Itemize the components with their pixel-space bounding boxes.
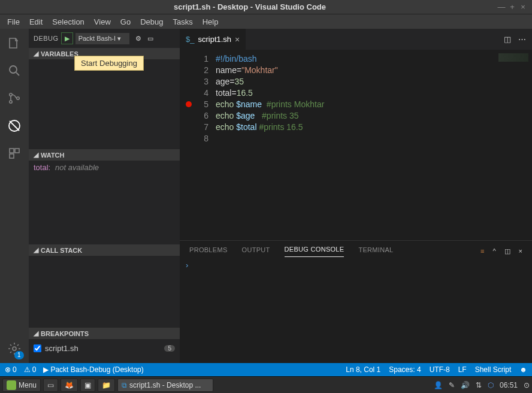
start-debugging-button[interactable]: ▶ <box>61 32 73 44</box>
settings-badge: 1 <box>14 351 24 359</box>
status-cursor[interactable]: Ln 8, Col 1 <box>346 365 380 374</box>
svg-rect-5 <box>10 149 14 153</box>
panel-tab-terminal[interactable]: TERMINAL <box>358 246 393 257</box>
status-launch-config[interactable]: ▶ Packt Bash-Debug (Desktop) <box>43 365 143 374</box>
menu-debug[interactable]: Debug <box>135 17 168 26</box>
code-line[interactable]: echo $name #prints Mokhtar <box>216 99 532 110</box>
code-area[interactable]: 12345678 #!/bin/bashname="Mokhtar"age=35… <box>180 50 532 240</box>
volume-icon[interactable]: 🔊 <box>461 381 470 389</box>
menu-go[interactable]: Go <box>116 17 135 26</box>
svg-rect-6 <box>15 149 19 153</box>
panel-tab-problems[interactable]: PROBLEMS <box>189 246 228 257</box>
panel-tab-output[interactable]: OUTPUT <box>242 246 270 257</box>
tray-toggle-icon[interactable]: ⊙ <box>524 381 530 389</box>
breakpoints-panel: script1.sh 5 <box>29 339 180 357</box>
statusbar: ⊗ 0 ⚠ 0 ▶ Packt Bash-Debug (Desktop) Ln … <box>0 363 532 376</box>
menu-tasks[interactable]: Tasks <box>168 17 197 26</box>
status-spaces[interactable]: Spaces: 4 <box>389 365 421 374</box>
os-taskbar: Menu ▭ 🦊 ▣ 📁 ⧉ script1.sh - Desktop ... … <box>0 376 532 393</box>
code-line[interactable]: total=16.5 <box>216 87 532 99</box>
code-line[interactable] <box>216 133 532 144</box>
scm-icon[interactable] <box>6 90 23 107</box>
panel-tabs: PROBLEMSOUTPUTDEBUG CONSOLETERMINAL ≡ ^ … <box>180 241 532 257</box>
gutter[interactable]: 12345678 <box>180 50 216 240</box>
svg-point-1 <box>10 93 12 96</box>
applet-icon[interactable]: ✎ <box>449 381 455 389</box>
status-errors[interactable]: ⊗ 0 <box>5 365 17 374</box>
menu-edit[interactable]: Edit <box>25 17 47 26</box>
tab-close-icon[interactable]: × <box>235 35 240 44</box>
maximize-button[interactable]: + <box>507 2 518 11</box>
line-number[interactable]: 3 <box>180 76 208 87</box>
tab-filename: script1.sh <box>198 35 231 44</box>
shell-file-icon: $_ <box>186 35 194 44</box>
panel-tab-debug-console[interactable]: DEBUG CONSOLE <box>285 246 344 257</box>
watch-panel-title[interactable]: ◢ WATCH <box>29 149 180 161</box>
network-icon[interactable]: ⇅ <box>476 381 482 389</box>
line-number[interactable]: 4 <box>180 87 208 99</box>
editor-tab[interactable]: $_ script1.sh × <box>180 29 246 50</box>
line-number[interactable]: 6 <box>180 110 208 122</box>
line-number[interactable]: 8 <box>180 133 208 144</box>
line-number[interactable]: 5 <box>180 99 208 110</box>
line-number[interactable]: 2 <box>180 65 208 76</box>
collapse-icon[interactable]: ^ <box>492 247 495 255</box>
svg-point-8 <box>13 347 16 350</box>
svg-point-3 <box>17 97 19 99</box>
code-line[interactable]: #!/bin/bash <box>216 53 532 65</box>
taskbar-window[interactable]: ⧉ script1.sh - Desktop ... <box>117 379 213 392</box>
main-area: 1 DEBUG ▶ Packt Bash-I ▾ ⚙ ▭ ◢ VARIABLES… <box>0 29 532 363</box>
extensions-icon[interactable] <box>6 145 23 162</box>
debug-config-select[interactable]: Packt Bash-I ▾ <box>75 33 129 44</box>
user-icon[interactable]: 👤 <box>434 381 443 389</box>
line-number[interactable]: 7 <box>180 122 208 133</box>
os-menu-button[interactable]: Menu <box>2 379 41 392</box>
watch-panel: total: not available <box>29 161 180 244</box>
callstack-panel <box>29 256 180 328</box>
breakpoints-panel-title[interactable]: ◢ BREAKPOINTS <box>29 328 180 339</box>
menu-help[interactable]: Help <box>198 17 223 26</box>
svg-rect-7 <box>10 154 14 158</box>
callstack-panel-title[interactable]: ◢ CALL STACK <box>29 244 180 256</box>
svg-point-0 <box>10 66 17 73</box>
line-number[interactable]: 1 <box>180 53 208 65</box>
code-line[interactable]: name="Mokhtar" <box>216 65 532 76</box>
explorer-icon[interactable] <box>6 35 23 52</box>
close-button[interactable]: × <box>518 2 528 11</box>
breakpoint-checkbox[interactable] <box>34 344 41 352</box>
split-editor-icon[interactable]: ◫ <box>504 35 511 44</box>
debug-icon[interactable] <box>6 117 23 134</box>
status-feedback-icon[interactable]: ☻ <box>519 365 527 374</box>
close-panel-icon[interactable]: × <box>519 247 522 255</box>
code-lines[interactable]: #!/bin/bashname="Mokhtar"age=35total=16.… <box>216 50 532 240</box>
status-eol[interactable]: LF <box>458 365 467 374</box>
menu-file[interactable]: File <box>2 17 25 26</box>
code-line[interactable]: echo $age #prints 35 <box>216 110 532 122</box>
status-encoding[interactable]: UTF-8 <box>430 365 450 374</box>
shield-icon[interactable]: ⬡ <box>488 381 494 389</box>
menu-view[interactable]: View <box>89 17 116 26</box>
search-icon[interactable] <box>6 62 23 79</box>
status-language[interactable]: Shell Script <box>475 365 512 374</box>
more-actions-icon[interactable]: ⋯ <box>518 35 526 44</box>
firefox-launcher[interactable]: 🦊 <box>61 379 78 392</box>
menu-selection[interactable]: Selection <box>47 17 89 26</box>
debug-console-body[interactable]: › <box>180 257 532 363</box>
debug-header: DEBUG ▶ Packt Bash-I ▾ ⚙ ▭ <box>29 29 180 48</box>
breakpoint-marker[interactable] <box>186 101 192 107</box>
console-icon[interactable]: ▭ <box>147 35 153 43</box>
clock[interactable]: 06:51 <box>500 381 518 389</box>
filter-icon[interactable]: ≡ <box>480 247 484 255</box>
files-launcher[interactable]: 📁 <box>98 379 115 392</box>
minimize-button[interactable]: — <box>496 2 507 11</box>
minimap[interactable] <box>498 53 528 62</box>
breakpoint-file[interactable]: script1.sh <box>45 344 78 353</box>
status-warnings[interactable]: ⚠ 0 <box>24 365 37 374</box>
show-desktop-button[interactable]: ▭ <box>43 379 58 392</box>
code-line[interactable]: echo $total #prints 16.5 <box>216 122 532 133</box>
terminal-launcher[interactable]: ▣ <box>80 379 95 392</box>
bottom-panel: PROBLEMSOUTPUTDEBUG CONSOLETERMINAL ≡ ^ … <box>180 240 532 363</box>
maximize-panel-icon[interactable]: ◫ <box>504 247 510 255</box>
gear-icon[interactable]: ⚙ <box>135 35 141 43</box>
code-line[interactable]: age=35 <box>216 76 532 87</box>
